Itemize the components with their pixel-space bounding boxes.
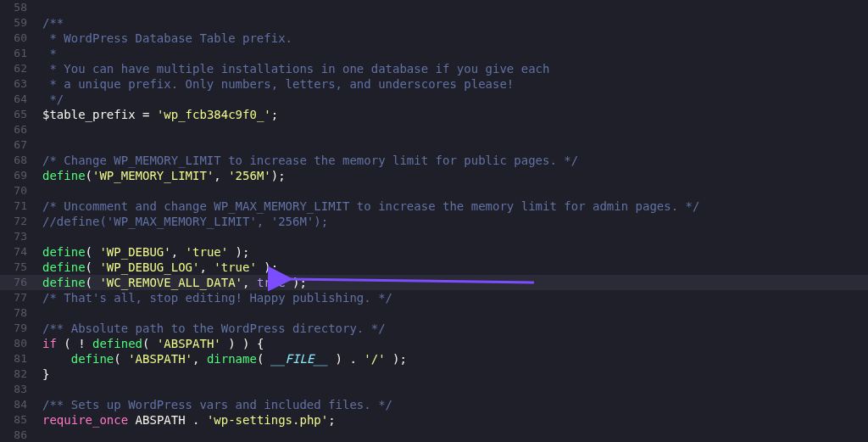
code-line[interactable]: 68/* Change WP_MEMORY_LIMIT to increase …: [0, 153, 868, 168]
token-string: 'ABSPATH': [157, 337, 221, 350]
token-punct: [128, 413, 135, 427]
code-line[interactable]: 77/* That's all, stop editing! Happy pub…: [0, 290, 868, 305]
token-comment: /* That's all, stop editing! Happy publi…: [42, 291, 392, 305]
code-content[interactable]: [42, 428, 868, 442]
token-punct: );: [386, 352, 407, 366]
code-line[interactable]: 81 define( 'ABSPATH', dirname( __FILE__ …: [0, 351, 868, 366]
code-content[interactable]: [42, 382, 868, 397]
code-content[interactable]: /* Uncomment and change WP_MAX_MEMORY_LI…: [42, 199, 868, 214]
line-number: 67: [0, 137, 42, 153]
code-content[interactable]: * a unique prefix. Only numbers, letters…: [42, 76, 868, 92]
code-content[interactable]: if ( ! defined( 'ABSPATH' ) ) {: [42, 336, 868, 351]
code-line[interactable]: 85require_once ABSPATH . 'wp-settings.ph…: [0, 412, 868, 428]
code-content[interactable]: [42, 137, 868, 153]
code-line[interactable]: 70: [0, 183, 868, 199]
token-string: 'wp-settings.php': [207, 413, 328, 427]
token-punct: );: [271, 169, 286, 182]
code-content[interactable]: $table_prefix = 'wp_fcb384c9f0_';: [42, 107, 868, 122]
code-content[interactable]: /* Change WP_MEMORY_LIMIT to increase th…: [42, 153, 868, 168]
code-line[interactable]: 59/**: [0, 15, 868, 31]
code-content[interactable]: /**: [42, 15, 868, 31]
code-line[interactable]: 76define( 'WC_REMOVE_ALL_DATA', true );: [0, 275, 868, 290]
code-line[interactable]: 60 * WordPress Database Table prefix.: [0, 31, 868, 46]
token-comment: /* Uncomment and change WP_MAX_MEMORY_LI…: [42, 199, 699, 213]
code-line[interactable]: 86: [0, 428, 868, 442]
code-line[interactable]: 71/* Uncomment and change WP_MAX_MEMORY_…: [0, 199, 868, 214]
token-paramkw: __FILE__: [271, 352, 328, 366]
code-line[interactable]: 58: [0, 0, 868, 15]
code-line[interactable]: 67: [0, 137, 868, 153]
code-content[interactable]: [42, 0, 868, 15]
code-line[interactable]: 73: [0, 229, 868, 244]
code-content[interactable]: */: [42, 92, 868, 107]
token-var: $table_prefix: [42, 108, 136, 121]
code-line[interactable]: 72//define('WP_MAX_MEMORY_LIMIT', '256M'…: [0, 214, 868, 229]
token-string: '/': [364, 352, 385, 366]
code-line[interactable]: 79/** Absolute path to the WordPress dir…: [0, 321, 868, 336]
code-line[interactable]: 61 *: [0, 46, 868, 61]
code-line[interactable]: 80if ( ! defined( 'ABSPATH' ) ) {: [0, 336, 868, 351]
token-punct: ,: [199, 260, 214, 274]
token-func: defined: [92, 337, 142, 350]
code-content[interactable]: define( 'WP_DEBUG_LOG', 'true' );: [42, 260, 868, 275]
line-number: 71: [0, 199, 42, 214]
token-string: 'true': [186, 245, 229, 259]
line-number: 86: [0, 428, 42, 442]
code-content[interactable]: define('WP_MEMORY_LIMIT', '256M');: [42, 168, 868, 183]
code-editor[interactable]: 5859/**60 * WordPress Database Table pre…: [0, 0, 868, 442]
code-content[interactable]: * WordPress Database Table prefix.: [42, 31, 868, 46]
code-line[interactable]: 62 * You can have multiple installations…: [0, 61, 868, 76]
token-string: 'WP_MEMORY_LIMIT': [92, 169, 214, 182]
code-content[interactable]: }: [42, 366, 868, 382]
token-comment: */: [42, 92, 64, 106]
token-punct: =: [136, 108, 157, 121]
token-comment: * WordPress Database Table prefix.: [42, 31, 292, 45]
code-line[interactable]: 74define( 'WP_DEBUG', 'true' );: [0, 244, 868, 260]
code-content[interactable]: [42, 122, 868, 137]
token-punct: ( !: [57, 337, 92, 350]
code-content[interactable]: //define('WP_MAX_MEMORY_LIMIT', '256M');: [42, 214, 868, 229]
token-punct: (: [86, 276, 100, 289]
code-line[interactable]: 84/** Sets up WordPress vars and include…: [0, 397, 868, 412]
token-punct: ) .: [328, 352, 364, 366]
code-line[interactable]: 83: [0, 382, 868, 397]
code-line[interactable]: 75define( 'WP_DEBUG_LOG', 'true' );: [0, 260, 868, 275]
code-content[interactable]: define( 'WC_REMOVE_ALL_DATA', true );: [42, 275, 868, 290]
token-punct: ;: [271, 108, 278, 121]
code-content[interactable]: [42, 183, 868, 199]
token-punct: );: [257, 260, 278, 274]
line-number: 80: [0, 336, 42, 351]
line-number: 81: [0, 351, 42, 366]
token-punct: );: [228, 245, 249, 259]
code-line[interactable]: 69define('WP_MEMORY_LIMIT', '256M');: [0, 168, 868, 183]
token-string: '256M': [228, 169, 271, 182]
code-line[interactable]: 63 * a unique prefix. Only numbers, lett…: [0, 76, 868, 92]
code-line[interactable]: 66: [0, 122, 868, 137]
code-line[interactable]: 78: [0, 305, 868, 321]
token-punct: (: [86, 245, 100, 259]
code-content[interactable]: /* That's all, stop editing! Happy publi…: [42, 290, 868, 305]
token-punct: }: [42, 367, 49, 381]
line-number: 59: [0, 15, 42, 31]
code-content[interactable]: /** Sets up WordPress vars and included …: [42, 397, 868, 412]
code-content[interactable]: * You can have multiple installations in…: [42, 61, 868, 76]
code-line[interactable]: 65$table_prefix = 'wp_fcb384c9f0_';: [0, 107, 868, 122]
token-string: 'WC_REMOVE_ALL_DATA': [99, 276, 242, 289]
code-content[interactable]: *: [42, 46, 868, 61]
code-content[interactable]: [42, 305, 868, 321]
code-content[interactable]: /** Absolute path to the WordPress direc…: [42, 321, 868, 336]
token-punct: (: [86, 260, 100, 274]
line-number: 82: [0, 366, 42, 382]
token-comment: /**: [42, 16, 64, 30]
code-content[interactable]: [42, 229, 868, 244]
code-content[interactable]: require_once ABSPATH . 'wp-settings.php'…: [42, 412, 868, 428]
code-line[interactable]: 82}: [0, 366, 868, 382]
code-content[interactable]: define( 'WP_DEBUG', 'true' );: [42, 244, 868, 260]
token-comment: * You can have multiple installations in…: [42, 62, 549, 76]
token-punct: );: [286, 276, 307, 289]
token-func: dirname: [207, 352, 257, 366]
token-comment: /** Absolute path to the WordPress direc…: [42, 322, 386, 335]
code-content[interactable]: define( 'ABSPATH', dirname( __FILE__ ) .…: [42, 351, 868, 366]
code-line[interactable]: 64 */: [0, 92, 868, 107]
line-number: 85: [0, 412, 42, 428]
